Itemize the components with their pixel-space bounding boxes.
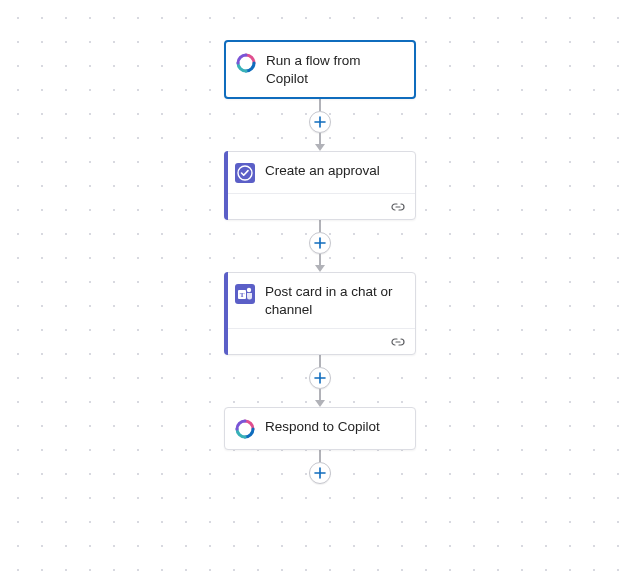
add-step-button[interactable]	[309, 232, 331, 254]
trigger-title: Run a flow from Copilot	[266, 52, 402, 87]
approval-card[interactable]: Create an approval	[224, 151, 416, 220]
add-step-button[interactable]	[309, 462, 331, 484]
connector	[309, 99, 331, 151]
card-footer	[225, 328, 415, 354]
approval-icon	[235, 163, 255, 183]
teams-icon	[235, 284, 255, 304]
teams-card[interactable]: Post card in a chat or channel	[224, 272, 416, 355]
copilot-icon	[235, 419, 255, 439]
add-step-button[interactable]	[309, 111, 331, 133]
link-icon	[391, 335, 405, 349]
approval-title: Create an approval	[265, 162, 403, 180]
connector	[309, 220, 331, 272]
respond-card[interactable]: Respond to Copilot	[224, 407, 416, 450]
flow-canvas: Run a flow from Copilot Create an approv…	[224, 40, 416, 484]
card-footer	[225, 193, 415, 219]
copilot-icon	[236, 53, 256, 73]
link-icon	[391, 200, 405, 214]
connector	[309, 450, 331, 484]
add-step-button[interactable]	[309, 367, 331, 389]
connector	[309, 355, 331, 407]
teams-title: Post card in a chat or channel	[265, 283, 403, 318]
trigger-card[interactable]: Run a flow from Copilot	[224, 40, 416, 99]
respond-title: Respond to Copilot	[265, 418, 403, 436]
